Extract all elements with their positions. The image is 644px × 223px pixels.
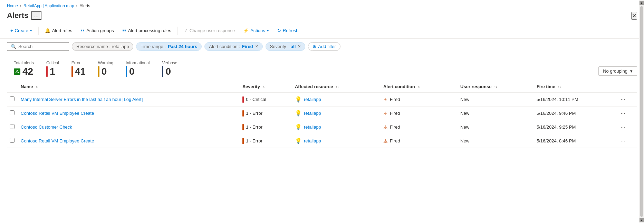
header-ellipsis-button[interactable]: ... xyxy=(31,11,41,20)
severity-bar xyxy=(242,138,244,144)
table-row: Contoso Retail VM Employee Create1 - Err… xyxy=(7,134,637,148)
severity-value: all xyxy=(291,44,296,49)
table-row: Contoso Retail VM Employee Create1 - Err… xyxy=(7,106,637,120)
th-fire-time-label: Fire time xyxy=(537,84,555,89)
scrollbar[interactable]: ▲ ▼ xyxy=(639,0,644,148)
alert-name-link[interactable]: Contoso Retail VM Employee Create xyxy=(21,138,94,143)
resource-icon: 💡 xyxy=(295,138,302,144)
resource-link[interactable]: retailapp xyxy=(304,111,321,116)
fire-time-cell: 5/16/2024, 9:25 PM xyxy=(534,120,616,134)
th-severity-label: Severity xyxy=(242,84,260,89)
alert-rules-icon: 🔔 xyxy=(45,28,50,33)
alert-rules-button[interactable]: 🔔 Alert rules xyxy=(41,26,76,35)
th-fire-time: Fire time ↑↓ xyxy=(534,81,616,92)
severity-text: 0 - Critical xyxy=(246,97,266,102)
resource-link[interactable]: retailapp xyxy=(304,124,321,130)
plus-icon: + xyxy=(10,28,13,33)
alert-condition-sort-icon[interactable]: ↑↓ xyxy=(417,85,421,89)
name-sort-icon[interactable]: ↑↓ xyxy=(36,85,39,89)
warning-triangle-icon: ⚠ xyxy=(383,124,388,130)
refresh-button[interactable]: ↻ Refresh xyxy=(274,26,302,35)
alert-name-link[interactable]: Contoso Retail VM Employee Create xyxy=(21,111,94,116)
row-more-button[interactable]: ··· xyxy=(619,123,627,131)
fire-time-cell: 5/16/2024, 9:46 PM xyxy=(534,106,616,120)
change-user-response-button[interactable]: ✓ Change user response xyxy=(181,26,239,35)
row-more-button[interactable]: ··· xyxy=(619,95,627,104)
th-alert-condition-label: Alert condition xyxy=(383,84,415,89)
create-button[interactable]: + Create ▾ xyxy=(7,26,36,35)
breadcrumb-app[interactable]: RetailApp | Application map xyxy=(23,3,74,8)
processing-rules-icon: ☷ xyxy=(122,28,126,33)
row-checkbox[interactable] xyxy=(10,138,15,143)
scroll-up-button[interactable]: ▲ xyxy=(640,1,644,5)
actions-button[interactable]: ⚡ Actions ▾ xyxy=(240,26,272,35)
th-user-response: User response ↑↓ xyxy=(458,81,534,92)
grouping-label: No grouping xyxy=(603,68,627,74)
toolbar-divider-2 xyxy=(177,27,178,35)
th-affected-resource-label: Affected resource xyxy=(295,84,333,89)
th-user-response-label: User response xyxy=(460,84,491,89)
affected-resource-cell: 💡retailapp xyxy=(295,96,378,103)
close-button[interactable]: ✕ xyxy=(631,12,637,20)
alert-name-link[interactable]: Contoso Customer Check xyxy=(21,124,72,130)
user-response-sort-icon[interactable]: ↑↓ xyxy=(494,85,497,89)
severity-filter-chip[interactable]: Severity : all ✕ xyxy=(266,42,306,51)
checkmark-icon: ✓ xyxy=(184,28,188,33)
warning-triangle-icon: ⚠ xyxy=(383,97,388,102)
warning-triangle-icon: ⚠ xyxy=(383,138,388,144)
resource-chip-text: Resource name : retailapp xyxy=(76,44,129,49)
add-filter-label: Add filter xyxy=(318,44,336,49)
user-response-cell: New xyxy=(458,106,534,120)
resource-link[interactable]: retailapp xyxy=(304,97,321,102)
breadcrumb-home[interactable]: Home xyxy=(7,3,18,8)
time-range-filter-chip[interactable]: Time range : Past 24 hours xyxy=(136,42,202,51)
condition-cell: ⚠Fired xyxy=(383,97,455,102)
actions-chevron-icon: ▾ xyxy=(267,28,269,33)
fire-time-sort-icon[interactable]: ↑↓ xyxy=(558,85,561,89)
affected-resource-sort-icon[interactable]: ↑↓ xyxy=(336,85,339,89)
row-more-button[interactable]: ··· xyxy=(619,137,627,145)
critical-bar xyxy=(46,66,48,77)
informational-value: 0 xyxy=(129,66,135,77)
th-affected-resource: Affected resource ↑↓ xyxy=(292,81,381,92)
alert-name-link[interactable]: Many Internal Server Errors in the last … xyxy=(21,97,143,102)
resource-filter-chip[interactable]: Resource name : retailapp xyxy=(72,42,133,51)
total-alerts-label: Total alerts xyxy=(14,61,34,65)
row-checkbox[interactable] xyxy=(10,110,15,115)
total-alerts-stat: Total alerts ⚠ 42 xyxy=(14,61,34,77)
user-response-cell: New xyxy=(458,134,534,148)
critical-value: 1 xyxy=(50,66,55,77)
action-groups-icon: ☷ xyxy=(80,28,85,33)
add-filter-button[interactable]: ⊕ Add filter xyxy=(308,42,340,51)
severity-bar xyxy=(242,124,244,130)
warning-bar xyxy=(98,66,99,77)
row-more-button[interactable]: ··· xyxy=(619,109,627,118)
action-groups-button[interactable]: ☷ Action groups xyxy=(77,26,117,35)
th-checkbox xyxy=(7,81,18,92)
alert-rules-label: Alert rules xyxy=(52,28,73,33)
page-header: Alerts ... ✕ xyxy=(0,10,644,24)
severity-cell: 1 - Error xyxy=(242,110,289,117)
change-user-response-label: Change user response xyxy=(190,28,235,33)
breadcrumb-current: Alerts xyxy=(80,3,90,8)
alert-processing-rules-button[interactable]: ☷ Alert processing rules xyxy=(119,26,175,35)
grouping-dropdown-button[interactable]: No grouping ▾ xyxy=(598,66,637,76)
affected-resource-cell: 💡retailapp xyxy=(295,124,378,130)
verbose-stat: Verbose 0 xyxy=(162,61,177,77)
scroll-thumb[interactable] xyxy=(640,6,643,148)
alert-condition-close-icon[interactable]: ✕ xyxy=(255,44,258,49)
condition-text: Fired xyxy=(390,138,400,143)
alert-condition-filter-chip[interactable]: Alert condition : Fired ✕ xyxy=(204,42,262,51)
th-actions xyxy=(616,81,630,92)
severity-sort-icon[interactable]: ↑↓ xyxy=(263,85,266,89)
search-box[interactable]: 🔍 xyxy=(7,42,69,51)
search-input[interactable] xyxy=(18,44,65,49)
action-groups-label: Action groups xyxy=(86,28,114,33)
severity-close-icon[interactable]: ✕ xyxy=(298,44,301,49)
row-checkbox[interactable] xyxy=(10,124,15,129)
verbose-bar xyxy=(162,66,163,77)
search-icon: 🔍 xyxy=(11,44,16,49)
row-checkbox[interactable] xyxy=(10,96,15,101)
resource-link[interactable]: retailapp xyxy=(304,138,321,143)
affected-resource-cell: 💡retailapp xyxy=(295,110,378,117)
